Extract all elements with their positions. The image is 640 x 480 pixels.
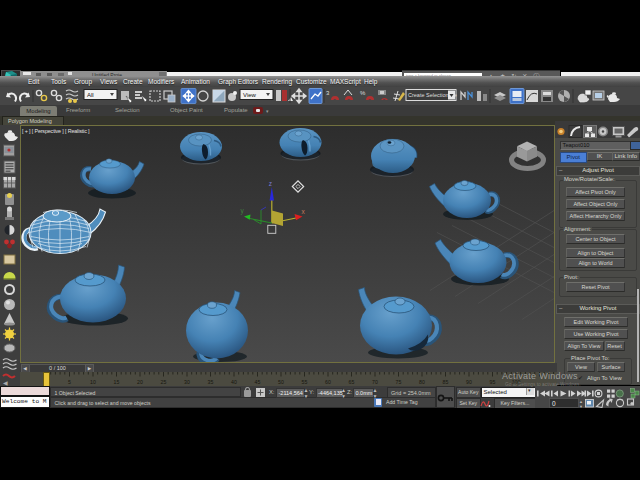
svg-text:55: 55 bbox=[302, 379, 308, 385]
svg-text:%: % bbox=[360, 90, 366, 96]
svg-text:25: 25 bbox=[161, 379, 167, 385]
svg-text:60: 60 bbox=[325, 379, 331, 385]
svg-text:All: All bbox=[87, 92, 94, 98]
svg-text:20: 20 bbox=[137, 379, 143, 385]
svg-text:View: View bbox=[243, 92, 257, 98]
svg-text:y: y bbox=[241, 207, 245, 215]
svg-text:80: 80 bbox=[419, 379, 425, 385]
svg-text:0: 0 bbox=[552, 400, 556, 407]
svg-text:95: 95 bbox=[490, 379, 496, 385]
svg-text:85: 85 bbox=[443, 379, 449, 385]
svg-text:10: 10 bbox=[90, 379, 96, 385]
svg-text:50: 50 bbox=[278, 379, 284, 385]
svg-text:75: 75 bbox=[396, 379, 402, 385]
svg-text:40: 40 bbox=[231, 379, 237, 385]
svg-text:5: 5 bbox=[68, 379, 71, 385]
svg-text:z: z bbox=[269, 180, 272, 187]
svg-text:35: 35 bbox=[208, 379, 214, 385]
svg-text:70: 70 bbox=[372, 379, 378, 385]
svg-text:45: 45 bbox=[255, 379, 261, 385]
svg-text:15: 15 bbox=[114, 379, 120, 385]
svg-text:3: 3 bbox=[326, 90, 330, 96]
svg-text:90: 90 bbox=[466, 379, 472, 385]
svg-text:x: x bbox=[302, 208, 306, 215]
svg-text:65: 65 bbox=[349, 379, 355, 385]
svg-text:30: 30 bbox=[184, 379, 190, 385]
